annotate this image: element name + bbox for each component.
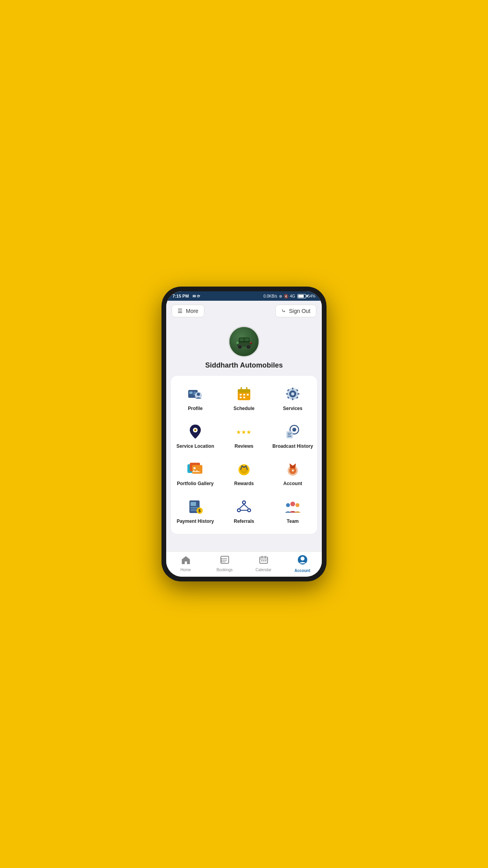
schedule-icon	[235, 385, 253, 403]
menu-item-portfolio-gallery[interactable]: Portfolio Gallery	[171, 455, 220, 493]
services-label: Services	[283, 406, 302, 412]
svg-line-71	[240, 504, 244, 508]
more-label: More	[186, 308, 198, 314]
account-nav-label: Account	[295, 568, 310, 573]
referrals-label: Referrals	[234, 519, 254, 525]
home-nav-label: Home	[180, 568, 191, 572]
status-time: 7:15 PM ✉ ⟳	[172, 294, 200, 298]
profile-section: Siddharth Automobiles	[166, 321, 322, 376]
svg-rect-23	[240, 394, 242, 395]
svg-rect-15	[193, 393, 196, 394]
menu-item-broadcast-history[interactable]: Broadcast History	[268, 417, 317, 455]
bookings-nav-label: Bookings	[216, 568, 233, 572]
calendar-nav-label: Calendar	[255, 568, 272, 572]
svg-text:$: $	[198, 509, 201, 513]
svg-point-77	[290, 502, 295, 506]
business-name: Siddharth Automobiles	[205, 361, 283, 370]
nav-item-home[interactable]: Home	[166, 555, 205, 572]
svg-point-6	[239, 346, 241, 348]
menu-item-schedule[interactable]: Schedule	[220, 380, 268, 417]
svg-point-78	[286, 503, 290, 507]
location-icon	[187, 423, 204, 440]
phone-device: 7:15 PM ✉ ⟳ 0.0KB/s ⊛ 🔇 4G 54% ☰	[161, 287, 327, 581]
menu-item-referrals[interactable]: Referrals	[220, 493, 268, 530]
svg-rect-13	[189, 392, 193, 394]
nav-item-calendar[interactable]: Calendar	[244, 555, 283, 572]
svg-point-84	[221, 558, 222, 559]
svg-point-85	[221, 560, 222, 561]
svg-point-11	[250, 342, 251, 343]
broadcast-history-icon	[284, 423, 301, 440]
svg-text:₹: ₹	[242, 467, 245, 473]
team-label: Team	[287, 519, 299, 525]
portfolio-gallery-icon	[187, 460, 204, 478]
reviews-label: Reviews	[235, 443, 253, 450]
svg-point-95	[301, 557, 305, 561]
menu-item-services[interactable]: Services	[268, 380, 317, 417]
signout-icon: ⤷	[281, 308, 286, 314]
svg-rect-33	[286, 394, 288, 395]
reviews-icon: ★★★★★ ★★★★★	[235, 423, 253, 440]
mute-icon: 🔇	[284, 294, 288, 298]
sign-out-button[interactable]: ⤷ Sign Out	[275, 305, 316, 317]
account-icon: ★	[284, 460, 301, 478]
menu-item-payment-history[interactable]: $ Payment History	[171, 493, 220, 530]
svg-point-79	[295, 503, 299, 507]
svg-rect-31	[292, 388, 294, 390]
rewards-label: Rewards	[234, 481, 254, 487]
referrals-icon	[235, 498, 253, 515]
bluetooth-icon: ⊛	[279, 294, 282, 298]
svg-point-41	[195, 429, 196, 430]
svg-point-86	[221, 561, 222, 563]
svg-rect-3	[244, 338, 249, 341]
menu-grid: Profile	[171, 380, 317, 530]
menu-card: Profile	[171, 376, 317, 534]
payment-history-label: Payment History	[177, 519, 214, 525]
avatar-image	[229, 327, 259, 356]
profile-label: Profile	[188, 406, 202, 412]
battery-indicator	[297, 294, 306, 298]
menu-item-reviews[interactable]: ★★★★★ ★★★★★ Reviews	[220, 417, 268, 455]
nav-item-account[interactable]: Account	[283, 555, 322, 573]
svg-rect-91	[261, 560, 262, 561]
app-header: ☰ More ⤷ Sign Out	[166, 301, 322, 321]
home-nav-icon	[181, 555, 191, 566]
svg-rect-27	[243, 397, 245, 398]
network-speed: 0.0KB/s	[264, 294, 277, 298]
svg-text:★: ★	[291, 468, 295, 473]
account-label: Account	[283, 481, 302, 487]
menu-item-account[interactable]: ★ Account	[268, 455, 317, 493]
schedule-label: Schedule	[233, 406, 254, 412]
svg-rect-32	[292, 398, 294, 400]
svg-rect-34	[297, 394, 299, 395]
svg-rect-53	[192, 465, 202, 474]
svg-rect-93	[265, 560, 266, 561]
payment-history-icon: $	[187, 498, 204, 515]
svg-point-75	[238, 509, 240, 511]
team-icon	[284, 498, 301, 515]
more-button[interactable]: ☰ More	[172, 305, 204, 317]
phone-screen: 7:15 PM ✉ ⟳ 0.0KB/s ⊛ 🔇 4G 54% ☰	[166, 291, 322, 577]
svg-rect-14	[193, 392, 196, 393]
menu-item-profile[interactable]: Profile	[171, 380, 220, 417]
broadcast-history-label: Broadcast History	[272, 443, 313, 450]
avatar	[228, 326, 260, 357]
svg-point-7	[248, 346, 250, 348]
svg-point-18	[197, 393, 200, 396]
rewards-icon: ₹	[235, 460, 253, 478]
svg-rect-26	[240, 397, 242, 398]
app-content: ☰ More ⤷ Sign Out	[166, 301, 322, 551]
signal-icon: 4G	[290, 294, 295, 298]
menu-item-service-location[interactable]: Service Location	[171, 417, 220, 455]
svg-point-74	[243, 501, 245, 503]
svg-point-30	[291, 392, 294, 395]
menu-item-team[interactable]: Team	[268, 493, 317, 530]
svg-text:★★★★★: ★★★★★	[236, 429, 252, 435]
menu-item-rewards[interactable]: ₹ Rewards	[220, 455, 268, 493]
svg-rect-25	[247, 394, 249, 395]
battery-percent: 54%	[308, 294, 316, 298]
svg-rect-62	[191, 502, 196, 506]
svg-rect-92	[263, 560, 264, 561]
nav-item-bookings[interactable]: Bookings	[205, 555, 244, 572]
portfolio-gallery-label: Portfolio Gallery	[177, 481, 213, 487]
